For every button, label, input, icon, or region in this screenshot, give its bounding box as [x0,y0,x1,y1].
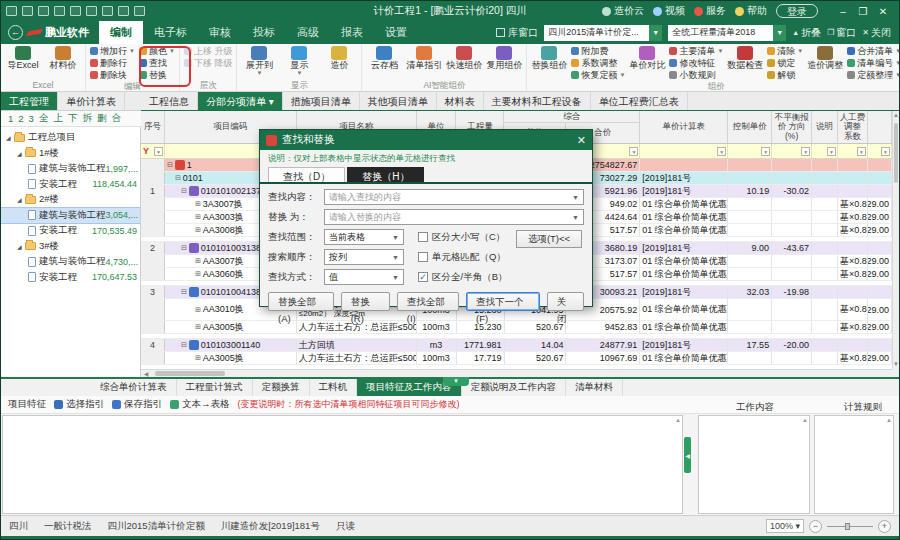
scrollbar-thumb[interactable] [155,371,225,376]
main-tab-措施项目清单[interactable]: 措施项目清单 [283,92,360,110]
cloud-button[interactable]: 造价云 [602,4,644,18]
bottom-tab-定额换算[interactable]: 定额换算 [253,379,310,396]
filter-dropdown-icon[interactable]: ▼ [154,147,163,156]
dialog-tab-查找（D）[interactable]: 查找（D） [268,167,345,182]
ribbon-button-清单指引[interactable]: 清单指引 [405,45,443,70]
column-header-单价计算表[interactable]: 单价计算表 [640,111,728,143]
tool-保存指引[interactable]: 保存指引 [112,398,162,411]
expander-icon[interactable]: ⊟ [167,161,173,169]
collapse-ribbon-button[interactable]: ▲折叠 [792,26,821,40]
tree-item-安装工程[interactable]: 安装工程118,454.44 [1,177,140,193]
tree-tool-3[interactable]: 3 [29,113,34,124]
scroll-down-icon[interactable]: ▼ [893,360,899,369]
ribbon-button-清除[interactable]: 清除▼ [766,45,804,57]
undo-icon[interactable] [102,6,113,16]
bottom-tab-工程量计算式[interactable]: 工程量计算式 [177,379,253,396]
feature-textarea[interactable]: ▲ [2,415,683,514]
ribbon-button-定额整理[interactable]: 定额整理▼ [846,69,899,81]
ribbon-button-修改特征[interactable]: 修改特征 [668,57,724,69]
scope-select[interactable]: 当前表格▼ [324,229,404,245]
tree-item-建筑与装饰工程[interactable]: 建筑与装饰工程3,054,... [1,208,140,224]
zoom-in-icon[interactable]: + [878,520,891,533]
menu-tab-报表[interactable]: 报表 [330,21,374,44]
ribbon-button-锁定[interactable]: 锁定 [766,57,804,69]
filter-cell-人工费调整 系数[interactable]: ▼ [838,144,868,158]
ribbon-button-恢复定额[interactable]: 恢复定额▼ [570,69,626,81]
tree-tool-下[interactable]: 下 [68,112,78,125]
ribbon-button-云存档[interactable]: 云存档 [365,45,403,70]
find-what-input[interactable]: 请输入查找的内容▼ [324,189,584,205]
expander-icon[interactable]: ⊟ [181,187,187,195]
scroll-up-icon[interactable]: ▲ [886,417,892,423]
table-row[interactable]: ⊞AA3005换人力车运土石方：总运距≤500m 运距≤50m100m317.7… [141,352,892,365]
ribbon-button-展开到[interactable]: 展开到 ▼ [240,45,278,77]
scroll-up-icon[interactable]: ▲ [802,417,808,423]
tree-item-安装工程[interactable]: 安装工程170,647.53 [1,270,140,286]
filter-dropdown-icon[interactable]: ▼ [827,147,836,156]
redo-icon[interactable] [118,6,129,16]
column-header-extra[interactable] [868,111,892,143]
filter-cell-不平衡报价 方向(%)[interactable]: ▼ [772,144,812,158]
close-icon[interactable]: ✕ [577,134,586,147]
filter-dropdown-icon[interactable]: ▼ [801,147,810,156]
ribbon-button-导Excel[interactable]: 导Excel [4,45,42,70]
table-row[interactable]: ⊞AA3005换人力车运土石方：总运距≤500m 运距≤50m100m315.2… [141,321,892,334]
filter-cell-单价计算表[interactable]: ▼ [640,144,728,158]
ribbon-button-材料价[interactable]: 材料价 [44,45,82,70]
ribbon-button-附加费[interactable]: 附加费 [570,45,626,57]
dialog-tab-替换（H）[interactable]: 替换（H） [347,167,424,182]
ribbon-button-增加行[interactable]: 增加行▼ [89,45,136,57]
column-header-人工费调整 系数[interactable]: 人工费调整 系数 [838,111,868,143]
tree-tool-删[interactable]: 删 [97,112,107,125]
qq-service-button[interactable]: 服务 [694,4,726,18]
expander-icon[interactable]: ⊞ [195,354,201,362]
list-spec-select[interactable]: 全统工程量清单2018▼ [668,25,786,41]
replace-with-input[interactable]: 请输入替换的内容▼ [324,209,584,225]
order-select[interactable]: 按列▼ [324,249,404,265]
column-header-说明[interactable]: 说明 [812,111,838,143]
quota-library-select[interactable]: 四川2015清单计价定...▼ [544,25,662,41]
save-icon[interactable] [38,6,49,16]
expander-icon[interactable]: ⊞ [195,200,201,208]
more-icon[interactable] [134,6,145,16]
bottom-tab-工料机[interactable]: 工料机 [310,379,358,396]
tree-expander-icon[interactable]: ◢ [6,134,14,141]
ribbon-button-清单编号[interactable]: 清单编号▼ [846,57,899,69]
cut-icon[interactable] [86,6,97,16]
filter-cell-extra[interactable]: ▼ [868,144,892,158]
expander-icon[interactable]: ⊞ [195,257,201,265]
dialog-button-替换全部(A)[interactable]: 替换全部(A) [268,292,334,311]
ribbon-button-删除块[interactable]: 删除块 [89,69,136,81]
tree-item-建筑与装饰工程[interactable]: 建筑与装饰工程1,997,... [1,161,140,177]
tree-expander-icon[interactable]: ◢ [17,196,25,203]
dialog-button-关闭[interactable]: 关闭 [547,292,584,311]
expander-icon[interactable]: ⊞ [195,270,201,278]
expander-icon[interactable]: ⊟ [181,288,187,296]
zoom-slider[interactable] [827,526,873,527]
column-header-不平衡报价 方向(%)[interactable]: 不平衡报价 方向(%) [772,111,812,143]
ribbon-button-颜色[interactable]: 颜色▼ [138,45,176,57]
tree-item-3#楼[interactable]: ◢3#楼 [1,239,140,255]
tree-expander-icon[interactable]: ◢ [17,243,25,250]
column-header-控制单价[interactable]: 控制单价 [728,111,772,143]
calc-rule-textarea[interactable]: ▲ [814,415,894,514]
column-header-序号[interactable]: 序号 [141,111,165,143]
menu-tab-电子标[interactable]: 电子标 [143,21,198,44]
zoom-slider-thumb[interactable] [845,523,850,530]
back-icon[interactable]: ← [8,25,23,40]
mode-select[interactable]: 值▼ [324,269,404,285]
minimize-icon[interactable]: – [833,6,853,17]
tree-tool-合[interactable]: 合 [111,112,121,125]
collapse-panel-handle[interactable]: ▼ [443,377,469,386]
ribbon-button-删除行[interactable]: 删除行 [89,57,136,69]
ribbon-button-替换[interactable]: 替换 [138,69,176,81]
horizontal-scrollbar[interactable]: ◀ [141,369,892,377]
tool-文本→表格[interactable]: 文本→表格 [170,398,230,411]
tree-item-2#楼[interactable]: ◢2#楼 [1,192,140,208]
ribbon-button-小数规则[interactable]: 小数规则 [668,69,724,81]
work-content-textarea[interactable]: ▲ [698,415,810,514]
tree-tool-拆[interactable]: 拆 [82,112,92,125]
login-button[interactable]: 登录 [776,4,818,18]
zoom-level[interactable]: 100% ▾ [766,519,804,533]
tree-expander-icon[interactable]: ◢ [17,150,25,157]
